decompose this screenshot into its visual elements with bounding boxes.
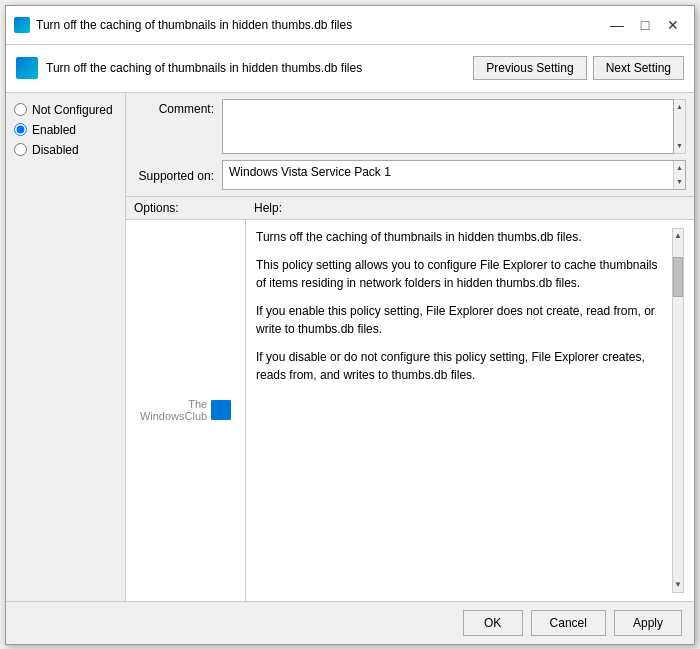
- window-title: Turn off the caching of thumbnails in hi…: [36, 18, 352, 32]
- supported-scroll-down[interactable]: ▼: [674, 175, 685, 189]
- header-title: Turn off the caching of thumbnails in hi…: [46, 61, 362, 75]
- minimize-button[interactable]: —: [604, 12, 630, 38]
- help-label: Help:: [254, 201, 686, 215]
- watermark-area: TheWindowsClub: [132, 390, 239, 430]
- apply-button[interactable]: Apply: [614, 610, 682, 636]
- comment-scrollbar: ▲ ▼: [674, 99, 686, 154]
- comment-field-row: Comment: ▲ ▼: [134, 99, 686, 154]
- top-fields: Comment: ▲ ▼ Support: [126, 93, 694, 196]
- supported-field-row: Supported on: Windows Vista Service Pack…: [134, 160, 686, 190]
- watermark-logo-icon: [211, 400, 231, 420]
- disabled-label: Disabled: [32, 143, 79, 157]
- header-buttons: Previous Setting Next Setting: [473, 56, 684, 80]
- supported-scrollbar: ▲ ▼: [673, 161, 685, 189]
- help-para-1: Turns off the caching of thumbnails in h…: [256, 228, 668, 246]
- comment-textarea-wrapper: ▲ ▼: [222, 99, 686, 154]
- comment-scroll-up[interactable]: ▲: [674, 100, 685, 114]
- watermark-text-the: TheWindowsClub: [140, 398, 207, 422]
- help-scroll-up[interactable]: ▲: [673, 229, 683, 243]
- disabled-option[interactable]: Disabled: [14, 143, 117, 157]
- options-panel: TheWindowsClub: [126, 220, 246, 601]
- content-area: Not Configured Enabled Disabled Comment:: [6, 93, 694, 601]
- right-fields-area: Comment: ▲ ▼ Support: [126, 93, 694, 601]
- next-setting-button[interactable]: Next Setting: [593, 56, 684, 80]
- not-configured-option[interactable]: Not Configured: [14, 103, 117, 117]
- help-para-4: If you disable or do not configure this …: [256, 348, 668, 384]
- comment-control: ▲ ▼: [222, 99, 686, 154]
- supported-scroll-up[interactable]: ▲: [674, 161, 685, 175]
- help-text-area: Turns off the caching of thumbnails in h…: [256, 228, 668, 593]
- header-icon: [16, 57, 38, 79]
- header-row: Turn off the caching of thumbnails in hi…: [6, 45, 694, 93]
- footer: OK Cancel Apply: [6, 601, 694, 644]
- comment-label: Comment:: [134, 99, 214, 116]
- close-button[interactable]: ✕: [660, 12, 686, 38]
- watermark-inner: TheWindowsClub: [140, 398, 231, 422]
- bottom-labels: Options: Help:: [126, 197, 694, 219]
- previous-setting-button[interactable]: Previous Setting: [473, 56, 586, 80]
- disabled-radio[interactable]: [14, 143, 27, 156]
- help-para-2: This policy setting allows you to config…: [256, 256, 668, 292]
- main-content: TheWindowsClub Turns off the caching of …: [126, 219, 694, 601]
- help-scroll-down[interactable]: ▼: [673, 578, 683, 592]
- supported-select-wrapper: Windows Vista Service Pack 1 ▲ ▼: [222, 160, 686, 190]
- help-scrollbar: ▲ ▼: [672, 228, 684, 593]
- supported-value: Windows Vista Service Pack 1: [223, 161, 673, 189]
- supported-label: Supported on:: [134, 166, 214, 183]
- not-configured-label: Not Configured: [32, 103, 113, 117]
- title-bar: Turn off the caching of thumbnails in hi…: [6, 6, 694, 45]
- header-left: Turn off the caching of thumbnails in hi…: [16, 57, 473, 79]
- title-controls: — □ ✕: [604, 12, 686, 38]
- comment-input[interactable]: [222, 99, 674, 154]
- options-label: Options:: [134, 201, 254, 215]
- enabled-radio[interactable]: [14, 123, 27, 136]
- maximize-button[interactable]: □: [632, 12, 658, 38]
- enabled-option[interactable]: Enabled: [14, 123, 117, 137]
- help-para-3: If you enable this policy setting, File …: [256, 302, 668, 338]
- comment-scroll-down[interactable]: ▼: [674, 139, 685, 153]
- cancel-button[interactable]: Cancel: [531, 610, 606, 636]
- title-bar-left: Turn off the caching of thumbnails in hi…: [14, 17, 352, 33]
- comment-scroll-track: [674, 114, 685, 139]
- help-panel: Turns off the caching of thumbnails in h…: [246, 220, 694, 601]
- help-scroll-thumb[interactable]: [673, 257, 683, 297]
- main-window: Turn off the caching of thumbnails in hi…: [5, 5, 695, 645]
- ok-button[interactable]: OK: [463, 610, 523, 636]
- left-panel: Not Configured Enabled Disabled: [6, 93, 126, 601]
- enabled-label: Enabled: [32, 123, 76, 137]
- not-configured-radio[interactable]: [14, 103, 27, 116]
- window-icon: [14, 17, 30, 33]
